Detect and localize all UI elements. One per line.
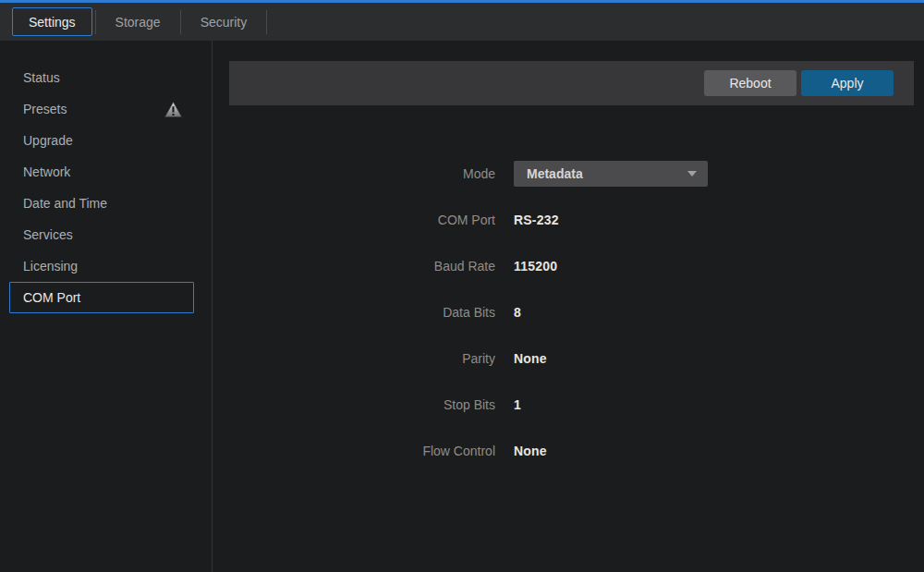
sidebar-item-licensing[interactable]: Licensing (9, 250, 194, 282)
com-port-value: RS-232 (514, 213, 559, 227)
settings-sidebar: Status Presets (0, 41, 213, 572)
sidebar-item-services[interactable]: Services (9, 219, 194, 250)
stop-bits-value: 1 (514, 397, 521, 412)
com-port-label: COM Port (213, 213, 495, 227)
sidebar-item-date-and-time[interactable]: Date and Time (9, 188, 194, 219)
main-tab-bar: Settings Storage Security (0, 3, 924, 41)
content-pane: Reboot Apply Mode Metadata COM Port RS-2… (213, 41, 924, 572)
tab-storage[interactable]: Storage (99, 7, 177, 36)
form-row-mode: Mode Metadata (213, 151, 924, 197)
chevron-down-icon (687, 171, 697, 176)
action-toolbar: Reboot Apply (229, 61, 914, 105)
parity-value: None (514, 351, 547, 366)
tab-settings[interactable]: Settings (12, 7, 92, 36)
sidebar-item-label: Presets (23, 102, 67, 116)
tab-settings-label: Settings (29, 15, 76, 30)
app-window: Settings Storage Security Status Presets (0, 0, 924, 572)
parity-label: Parity (213, 351, 495, 366)
sidebar-item-status[interactable]: Status (9, 62, 194, 93)
form-row-stop-bits: Stop Bits 1 (213, 382, 924, 428)
tab-storage-label: Storage (116, 15, 161, 30)
mode-dropdown-value: Metadata (527, 166, 583, 181)
sidebar-item-label: COM Port (23, 290, 80, 305)
sidebar-item-network[interactable]: Network (9, 156, 194, 188)
data-bits-value: 8 (514, 305, 521, 320)
sidebar-item-presets[interactable]: Presets (9, 93, 194, 125)
sidebar-item-label: Services (23, 227, 73, 242)
sidebar-item-label: Status (23, 70, 60, 85)
form-row-baud-rate: Baud Rate 115200 (213, 243, 924, 289)
tab-security[interactable]: Security (184, 7, 264, 36)
reboot-button[interactable]: Reboot (704, 70, 796, 96)
form-row-com-port: COM Port RS-232 (213, 197, 924, 243)
tab-separator (95, 10, 96, 34)
mode-label: Mode (213, 166, 495, 181)
sidebar-item-label: Upgrade (23, 133, 73, 148)
warning-icon (164, 102, 182, 117)
baud-rate-label: Baud Rate (213, 259, 495, 274)
flow-control-value: None (514, 444, 547, 458)
tab-separator (266, 10, 267, 34)
baud-rate-value: 115200 (514, 259, 557, 274)
stop-bits-label: Stop Bits (213, 397, 495, 412)
sidebar-item-label: Network (23, 164, 70, 179)
com-port-form: Mode Metadata COM Port RS-232 Baud Rate … (213, 151, 924, 474)
tab-security-label: Security (201, 15, 248, 30)
mode-dropdown[interactable]: Metadata (514, 161, 708, 187)
tab-separator (180, 10, 181, 34)
sidebar-item-upgrade[interactable]: Upgrade (9, 125, 194, 156)
form-row-parity: Parity None (213, 335, 924, 382)
data-bits-label: Data Bits (213, 305, 495, 320)
form-row-flow-control: Flow Control None (213, 428, 924, 474)
apply-button[interactable]: Apply (801, 70, 894, 96)
sidebar-item-label: Date and Time (23, 196, 107, 211)
sidebar-item-com-port[interactable]: COM Port (9, 282, 194, 313)
sidebar-item-label: Licensing (23, 259, 78, 274)
form-row-data-bits: Data Bits 8 (213, 289, 924, 335)
flow-control-label: Flow Control (213, 444, 495, 458)
